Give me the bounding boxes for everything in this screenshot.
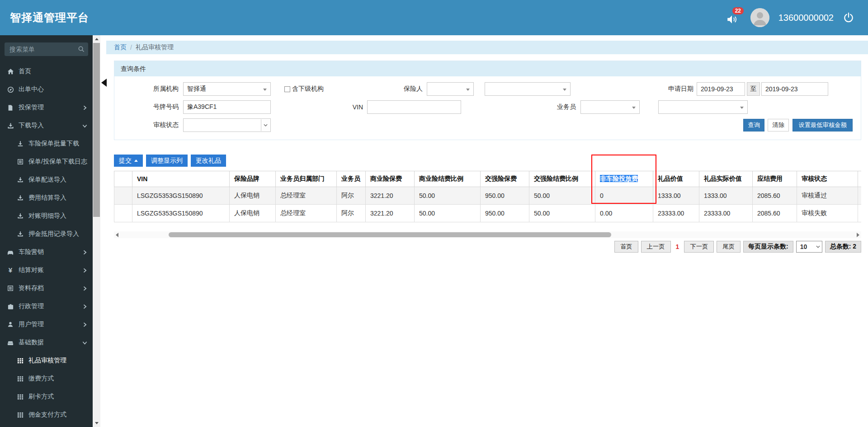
table-header-cell[interactable]: 审核意见 [858,171,862,187]
scroll-left-icon[interactable] [114,233,120,237]
username[interactable]: 13600000002 [778,13,834,23]
pagination: 首页 上一页 1 下一页 尾页 每页显示条数: 10 总条数: 2 [114,241,861,253]
plate-label: 号牌号码 [132,103,179,111]
table-header-cell[interactable]: 保险品牌 [230,171,276,187]
table-cell: 总经理室 [276,187,337,205]
horizontal-scrollbar-track[interactable] [120,232,855,237]
notification-button[interactable]: 22 [726,10,741,25]
org-select[interactable]: 智择通 [183,82,271,96]
select-chevron-icon[interactable] [261,119,270,131]
data-table-wrapper: VIN 保险品牌 业务员归属部门 业务员 商业险保费 商业险结费比例 交强险保费… [114,171,861,222]
table-cell: 50.00 [529,187,595,205]
insurer-select-1[interactable] [427,82,474,96]
table-cell: 23333.00 [653,205,699,222]
horizontal-scrollbar-thumb[interactable] [169,232,611,237]
table-header-cell[interactable]: VIN [132,171,230,187]
audit-status-select[interactable] [183,118,271,132]
query-button[interactable]: 查询 [743,119,764,131]
total-count-label: 总条数: 2 [825,241,861,253]
set-min-audit-amount-button[interactable]: 设置最低审核金额 [793,119,853,131]
change-gift-button[interactable]: 更改礼品 [191,155,226,167]
table-header-cell[interactable]: 交强险保费 [481,171,529,187]
date-from-input[interactable]: 2019-09-23 [697,82,745,96]
table-header-cell[interactable]: 业务员 [337,171,366,187]
sidebar-item-base-data[interactable]: 基础数据 [0,333,93,352]
sidebar-item-download-log[interactable]: 保单/投保单下载日志 [0,153,93,171]
import-tray-icon [16,195,24,201]
sidebar-item-reconciliation-import[interactable]: 对账明细导入 [0,207,93,225]
sidebar-item-payment-method[interactable]: 缴费方式 [0,370,93,388]
sidebar-item-admin-mgmt[interactable]: 行政管理 [0,297,93,315]
insurer-label: 保险人 [398,85,423,93]
table-header-row: VIN 保险品牌 业务员归属部门 业务员 商业险保费 商业险结费比例 交强险保费… [114,171,862,187]
table-header-cell[interactable]: 礼品实际价值 [699,171,753,187]
submit-button[interactable]: 提交 [114,155,143,167]
header-right: 22 13600000002 [726,8,868,27]
date-to-input[interactable]: 2019-09-23 [761,82,828,96]
sidebar-item-home[interactable]: 首页 [0,62,93,80]
clear-button[interactable]: 清除 [768,119,789,131]
include-sub-org-checkbox-group[interactable]: 含下级机构 [284,85,324,93]
panel-collapse-arrow-icon[interactable] [101,79,107,87]
horizontal-scrollbar[interactable] [114,231,861,238]
search-input[interactable] [5,42,88,56]
table-header-cell[interactable]: 审核状态 [797,171,858,187]
last-page-button[interactable]: 尾页 [717,241,741,253]
table-cell: 50.00 [529,205,595,222]
sidebar-item-car-marketing[interactable]: 车险营销 [0,243,93,261]
first-page-button[interactable]: 首页 [614,241,638,253]
salesman-select-1[interactable] [580,100,640,114]
sidebar-item-insurance-mgmt[interactable]: 投保管理 [0,99,93,117]
table-header-cell[interactable]: 商业险结费比例 [415,171,481,187]
audit-status-label: 审核状态 [132,121,179,129]
table-header-cell[interactable]: 业务员归属部门 [276,171,337,187]
row-selector-header [114,171,132,187]
checkbox[interactable] [284,86,290,92]
table-cell: 1333.00 [699,187,753,205]
prev-page-button[interactable]: 上一页 [641,241,671,253]
page-size-select[interactable]: 10 [796,241,822,253]
sidebar-item-delivery-import[interactable]: 保单配送导入 [0,171,93,189]
table-header-cell[interactable]: 礼品价值 [653,171,699,187]
row-selector-cell[interactable] [114,205,132,222]
sidebar-item-batch-policy-download[interactable]: 车险保单批量下载 [0,135,93,153]
logout-button[interactable] [843,12,854,23]
insurer-select-2[interactable] [485,82,571,96]
table-cell: 3221.20 [366,205,415,222]
sidebar-item-gift-audit[interactable]: 礼品审核管理 [0,352,93,370]
table-header-cell[interactable]: 应结费用 [753,171,797,187]
vin-input[interactable] [367,100,461,114]
sidebar-item-archives[interactable]: 资料存档 [0,279,93,297]
scroll-down-icon[interactable] [93,419,100,427]
breadcrumb-home-link[interactable]: 首页 [114,43,127,52]
sidebar-scrollbar-thumb[interactable] [93,43,100,217]
sidebar-item-marketing-fail-reason[interactable]: 营销失败原因 [0,424,93,427]
sidebar-item-download-import[interactable]: 下载导入 [0,117,93,135]
table-header-cell[interactable]: 交强险结费比例 [529,171,595,187]
row-selector-cell[interactable] [114,187,132,205]
adjust-columns-button[interactable]: 调整显示列 [146,155,188,167]
plate-input[interactable]: 豫A39CF1 [183,100,271,114]
sidebar-item-commission-method[interactable]: 佣金支付方式 [0,406,93,424]
table-header-cell[interactable]: 商业险保费 [366,171,415,187]
table-header-cell-highlighted[interactable]: 非车险投放费 [595,171,653,187]
search-icon[interactable] [78,46,85,52]
table-row[interactable]: LSGZG5353GS150890 人保电销 总经理室 阿尔 3221.20 5… [114,187,862,205]
salesman-select-2[interactable] [658,100,748,114]
sidebar-scrollbar[interactable] [93,35,100,427]
sidebar-item-issue-center[interactable]: 出单中心 [0,80,93,99]
sidebar-item-card-method[interactable]: 刷卡方式 [0,388,93,406]
table-cell: 已 [858,205,862,222]
sidebar-item-deposit-import[interactable]: 押金抵用记录导入 [0,225,93,243]
sidebar-item-user-mgmt[interactable]: 用户管理 [0,315,93,333]
sidebar-item-settlement[interactable]: ¥ 结算对账 [0,261,93,279]
avatar[interactable] [750,8,769,27]
audit-status-cell: 审核失败 [797,205,858,222]
sidebar-item-fee-settlement-import[interactable]: 费用结算导入 [0,189,93,207]
next-page-button[interactable]: 下一页 [684,241,714,253]
scroll-right-icon[interactable] [855,233,861,237]
table-row[interactable]: LSGZG5353GS150890 人保电销 总经理室 阿尔 3221.20 5… [114,205,862,222]
chevron-right-icon [82,268,87,273]
date-range-separator: 至 [747,82,760,96]
scroll-up-icon[interactable] [93,35,100,43]
